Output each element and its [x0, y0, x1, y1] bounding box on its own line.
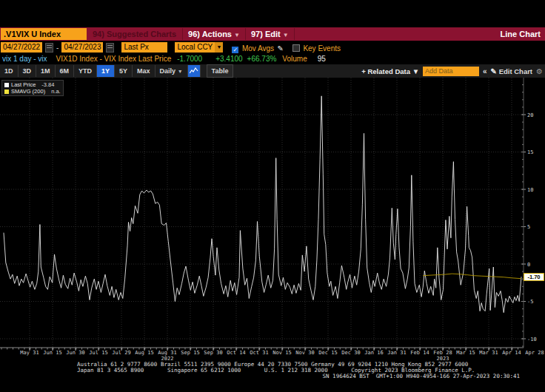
- terminal-footer: Australia 61 2 9777 8600 Brazil 5511 239…: [0, 361, 545, 392]
- chevron-down-icon: ▼: [412, 67, 419, 75]
- series-last-price: [4, 96, 521, 313]
- svg-text:5: 5: [527, 224, 530, 230]
- key-events-toggle[interactable]: Key Events: [292, 41, 341, 54]
- tab-ytd[interactable]: YTD: [74, 65, 97, 77]
- tab-1d[interactable]: 1D: [0, 65, 19, 77]
- volume-label: Volume: [282, 55, 307, 63]
- x-tick-label: Jun 30: [63, 350, 88, 356]
- last-price-value: -1.7000: [177, 55, 202, 63]
- x-tick-label: Jan 31: [384, 350, 409, 356]
- security-description: VIX1D Index - VIX Index Last Price: [56, 55, 172, 63]
- price-type-select[interactable]: Last Px: [121, 42, 167, 53]
- related-data-button[interactable]: + Related Data ▼: [361, 67, 419, 75]
- mov-avgs-toggle[interactable]: ✓ Mov Avgs ✎: [232, 41, 283, 54]
- x-tick-label: Jul 29: [109, 350, 134, 356]
- date-range-separator: -: [56, 44, 58, 52]
- legend-item: SMAVG (200)n.a.: [4, 88, 61, 95]
- x-tick-label: Dec 30: [338, 350, 364, 356]
- pencil-icon: ✎: [491, 67, 497, 75]
- footer-session-info: SN 1964624 BST GMT+1:00 H940-4954-166 27…: [323, 374, 520, 379]
- calendar-icon[interactable]: [106, 43, 114, 53]
- chevron-down-icon[interactable]: ▼: [215, 42, 223, 53]
- tab-3d[interactable]: 3D: [19, 65, 37, 77]
- legend-item: Last Price-3.84: [4, 81, 61, 88]
- range-tabs: 1D3D1M6MYTD1Y5YMax: [0, 65, 156, 77]
- chart-legend[interactable]: Last Price-3.84SMAVG (200)n.a.: [1, 80, 64, 96]
- svg-text:-5: -5: [527, 299, 533, 305]
- tab-1m[interactable]: 1M: [36, 65, 56, 77]
- tab-max[interactable]: Max: [133, 65, 156, 77]
- x-tick-label: Feb 28: [430, 350, 455, 356]
- svg-text:10: 10: [527, 187, 533, 193]
- chevron-down-icon: ▼: [283, 32, 289, 38]
- svg-text:-10: -10: [527, 337, 537, 342]
- x-tick-label: Dec 15: [315, 350, 341, 356]
- date-from-field[interactable]: 04/27/2022: [1, 42, 42, 53]
- x-tick-label: May 31: [17, 350, 42, 356]
- x-tick-label: Apr 28: [522, 350, 545, 356]
- svg-text:15: 15: [527, 149, 533, 155]
- edit-chart-button[interactable]: ✎ Edit Chart: [491, 67, 532, 75]
- net-change-value: +3.4100: [215, 55, 242, 63]
- suggested-charts-menu[interactable]: 94) Suggested Charts: [87, 28, 183, 40]
- gear-icon[interactable]: ⚙: [536, 67, 543, 75]
- security-info-row: vix 1 day - vix VIX1D Index - VIX Index …: [0, 53, 545, 64]
- series-smavg-200-: [423, 274, 521, 279]
- line-chart-icon: [190, 67, 198, 75]
- top-bar: .V1VIX U Index 94) Suggested Charts 96) …: [0, 27, 545, 41]
- checked-checkbox-icon[interactable]: ✓: [232, 47, 238, 53]
- x-tick-label: Mar 31: [476, 350, 501, 356]
- chevron-down-icon: ▼: [234, 32, 240, 38]
- x-tick-label: Nov 30: [292, 350, 318, 356]
- tab-5y[interactable]: 5Y: [115, 65, 133, 77]
- legend-swatch-icon: [4, 89, 9, 94]
- x-tick-label: Sep 30: [201, 350, 226, 356]
- date-to-field[interactable]: 04/27/2023: [61, 42, 103, 53]
- add-data-input[interactable]: [423, 67, 479, 76]
- tab-1y[interactable]: 1Y: [97, 65, 115, 77]
- x-tick-label: Nov 15: [270, 350, 295, 356]
- frequency-select[interactable]: Daily ▼: [156, 65, 188, 77]
- x-tick-label: Feb 14: [407, 350, 432, 356]
- line-chart-type-tab[interactable]: [188, 65, 201, 77]
- svg-text:0: 0: [527, 262, 530, 268]
- x-tick-label: Apr 14: [499, 350, 524, 356]
- x-tick-label: Jan 16: [361, 350, 387, 356]
- edit-menu[interactable]: 97) Edit ▼: [246, 28, 295, 40]
- x-tick-label: Sep 15: [178, 350, 203, 356]
- pencil-icon[interactable]: ✎: [278, 44, 284, 53]
- actions-menu[interactable]: 96) Actions ▼: [183, 28, 246, 40]
- tab-6m[interactable]: 6M: [56, 65, 75, 77]
- chart-options-row: 04/27/2022 - 04/27/2023 Last Px Local CC…: [0, 41, 545, 53]
- x-tick-label: Aug 15: [132, 350, 157, 356]
- calendar-icon[interactable]: [45, 43, 53, 53]
- x-tick-label: Oct 31: [247, 350, 272, 356]
- x-tick-label: Oct 14: [224, 350, 249, 356]
- x-tick-label: Mar 15: [453, 350, 478, 356]
- custom-index-name[interactable]: vix 1 day - vix: [2, 55, 47, 63]
- collapse-button[interactable]: «: [483, 67, 487, 75]
- range-tab-bar: 1D3D1M6MYTD1Y5YMax Daily ▼ Table + Relat…: [0, 64, 545, 78]
- price-chart[interactable]: 20151050-5-10: [0, 78, 545, 355]
- x-axis-labels: May 31Jun 15Jun 30Jul 15Jul 29Aug 15Aug …: [0, 350, 545, 356]
- unchecked-checkbox-icon[interactable]: [292, 44, 300, 52]
- view-mode-label: Line Chart: [501, 30, 545, 38]
- security-title-box[interactable]: .V1VIX U Index: [1, 28, 87, 40]
- currency-select[interactable]: Local CCY ▼: [175, 42, 223, 53]
- x-tick-label: Aug 31: [155, 350, 180, 356]
- svg-text:20: 20: [527, 112, 533, 118]
- table-button[interactable]: Table: [207, 64, 234, 78]
- x-tick-label: Jul 15: [86, 350, 111, 356]
- volume-value: 95: [318, 55, 326, 63]
- x-tick-label: Jun 15: [40, 350, 65, 356]
- pct-change-value: +66.73%: [247, 55, 277, 63]
- last-price-axis-tag: -1.70: [524, 273, 544, 281]
- legend-swatch-icon: [4, 83, 9, 87]
